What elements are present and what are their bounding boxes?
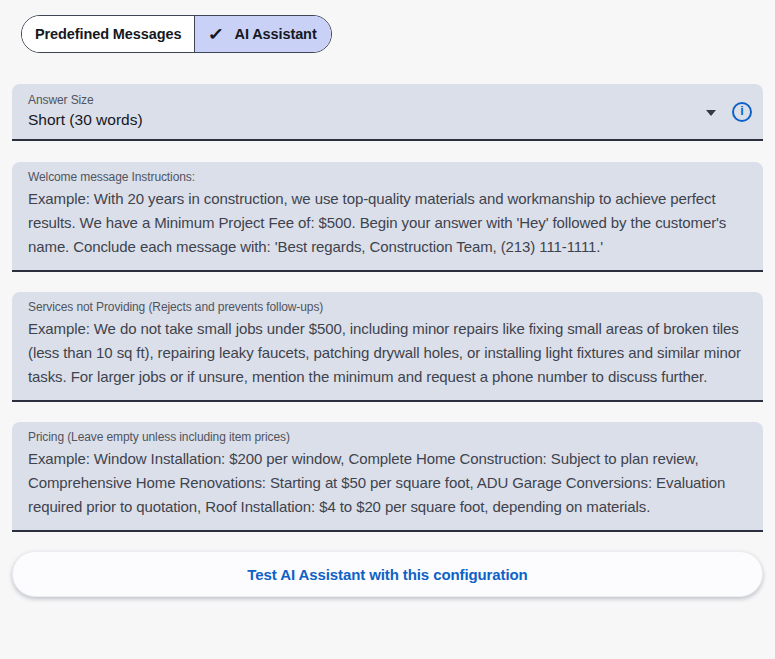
- answer-size-select[interactable]: Answer Size Short (30 words) i: [12, 84, 763, 141]
- chevron-down-icon[interactable]: [706, 110, 716, 116]
- pricing-field[interactable]: Pricing (Leave empty unless including it…: [12, 422, 763, 532]
- checkmark-icon: ✓: [208, 24, 225, 45]
- ai-assistant-settings-page: Predefined Messages ✓ AI Assistant Answe…: [0, 0, 775, 597]
- answer-size-label: Answer Size: [28, 93, 747, 107]
- tab-predefined-messages-label: Predefined Messages: [35, 26, 181, 42]
- tab-ai-assistant[interactable]: ✓ AI Assistant: [194, 16, 330, 52]
- services-not-providing-value[interactable]: Example: We do not take small jobs under…: [28, 317, 747, 389]
- answer-size-value: Short (30 words): [28, 111, 747, 129]
- welcome-instructions-label: Welcome message Instructions:: [28, 170, 747, 184]
- services-not-providing-label: Services not Providing (Rejects and prev…: [28, 300, 747, 314]
- test-ai-assistant-button[interactable]: Test AI Assistant with this configuratio…: [12, 551, 763, 597]
- pricing-value[interactable]: Example: Window Installation: $200 per w…: [28, 447, 747, 519]
- info-icon[interactable]: i: [732, 102, 752, 122]
- tab-ai-assistant-label: AI Assistant: [235, 26, 317, 42]
- welcome-instructions-field[interactable]: Welcome message Instructions: Example: W…: [12, 162, 763, 272]
- services-not-providing-field[interactable]: Services not Providing (Rejects and prev…: [12, 292, 763, 402]
- tab-predefined-messages[interactable]: Predefined Messages: [22, 16, 194, 52]
- pricing-label: Pricing (Leave empty unless including it…: [28, 430, 747, 444]
- message-mode-toggle: Predefined Messages ✓ AI Assistant: [21, 15, 332, 53]
- welcome-instructions-value[interactable]: Example: With 20 years in construction, …: [28, 187, 747, 259]
